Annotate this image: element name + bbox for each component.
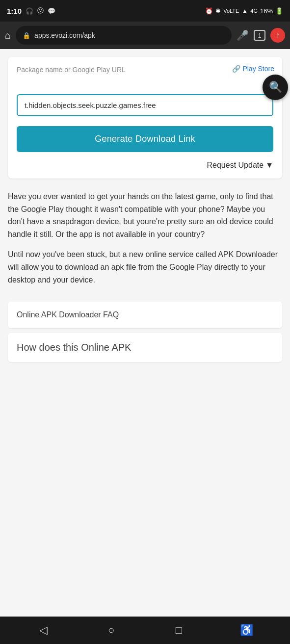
address-bar[interactable]: 🔒 apps.evozi.com/apk (16, 26, 232, 45)
faq-title-2: How does this Online APK (17, 342, 273, 353)
whatsapp-icon: 💬 (48, 7, 55, 15)
battery-level: 16% (260, 7, 273, 15)
description-para1: Have you ever wanted to get your hands o… (8, 190, 282, 240)
headphone-icon: 🎧 (26, 7, 33, 15)
lock-icon: 🔒 (23, 32, 30, 39)
accessibility-button[interactable]: ♿ (236, 619, 257, 641)
battery-icon: 🔋 (275, 7, 283, 15)
messenger-icon: Ⓜ (37, 6, 44, 15)
status-bar: 1:10 🎧 Ⓜ 💬 ⏰ ✱ VoLTE ▲ 4G 16% 🔋 (0, 0, 290, 22)
status-right: ⏰ ✱ VoLTE ▲ 4G 16% 🔋 (205, 7, 283, 15)
faq-title-1: Online APK Downloader FAQ (17, 310, 273, 319)
chevron-down-icon: ▼ (265, 161, 273, 170)
tab-switcher-button[interactable]: 1 (254, 30, 265, 41)
browser-chrome: ⌂ 🔒 apps.evozi.com/apk 🎤 1 ↑ (0, 22, 290, 49)
recents-icon: □ (176, 624, 182, 637)
profile-button[interactable]: ↑ (270, 28, 285, 43)
volte-icon: VoLTE (223, 8, 239, 14)
request-update-label: Request Update (207, 161, 264, 170)
bluetooth-icon: ✱ (215, 7, 221, 15)
back-button[interactable]: ◁ (33, 619, 54, 641)
play-store-text: Play Store (242, 65, 274, 73)
home-nav-icon: ○ (108, 624, 114, 637)
search-fab-button[interactable]: 🔍 (263, 75, 288, 100)
signal-4g-icon: 4G (250, 8, 258, 14)
request-update-dropdown[interactable]: Request Update ▼ (17, 161, 273, 170)
apk-tool-card: Package name or Google Play URL 🔗 Play S… (8, 57, 282, 179)
microphone-button[interactable]: 🎤 (237, 29, 249, 41)
recents-button[interactable]: □ (168, 619, 189, 641)
url-text: apps.evozi.com/apk (34, 31, 225, 39)
search-icon: 🔍 (269, 81, 282, 94)
alarm-icon: ⏰ (205, 7, 213, 15)
generate-btn-label: Generate Download Link (95, 134, 195, 144)
status-time: 1:10 (7, 7, 22, 15)
faq-item-2[interactable]: How does this Online APK (8, 333, 282, 362)
faq-item-1[interactable]: Online APK Downloader FAQ (8, 302, 282, 328)
back-icon: ◁ (39, 624, 48, 637)
generate-download-link-button[interactable]: Generate Download Link (17, 126, 273, 152)
signal-icon: ▲ (241, 7, 248, 15)
description-para2: Until now you've been stuck, but a new o… (8, 248, 282, 286)
description-section: Have you ever wanted to get your hands o… (8, 188, 282, 302)
home-nav-button[interactable]: ○ (101, 619, 122, 641)
status-left: 1:10 🎧 Ⓜ 💬 (7, 6, 55, 15)
accessibility-icon: ♿ (240, 624, 253, 637)
play-store-link[interactable]: 🔗 Play Store (232, 65, 274, 73)
nav-bar: ◁ ○ □ ♿ (0, 617, 290, 644)
home-button[interactable]: ⌂ (5, 30, 11, 41)
profile-icon: ↑ (276, 31, 280, 40)
tab-count: 1 (258, 32, 261, 39)
package-name-input[interactable] (17, 94, 273, 116)
link-icon: 🔗 (232, 65, 240, 73)
page-content: Package name or Google Play URL 🔗 Play S… (0, 49, 290, 617)
